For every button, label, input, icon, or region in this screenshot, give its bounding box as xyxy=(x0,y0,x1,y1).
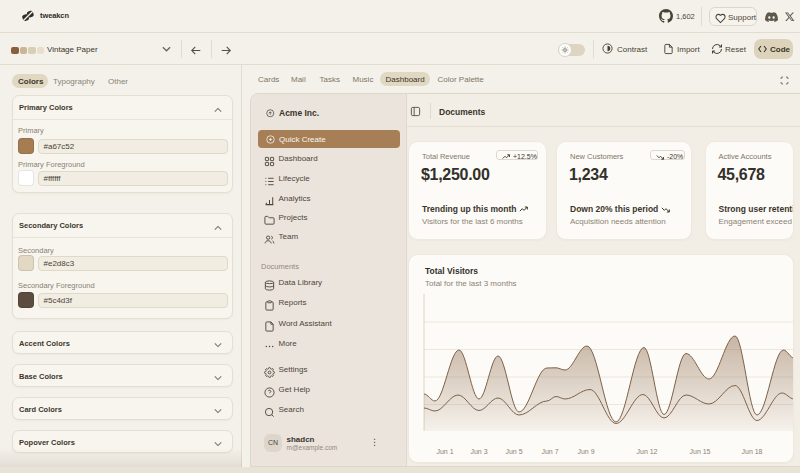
svg-text:Jun 12: Jun 12 xyxy=(636,448,657,455)
svg-text:Jun 5: Jun 5 xyxy=(505,448,522,455)
svg-text:Jun 9: Jun 9 xyxy=(577,448,594,455)
svg-text:Jun 1: Jun 1 xyxy=(436,448,453,455)
svg-text:Jun 18: Jun 18 xyxy=(741,448,762,455)
svg-text:Jun 3: Jun 3 xyxy=(470,448,487,455)
svg-text:Jun 15: Jun 15 xyxy=(689,448,710,455)
svg-text:Jun 7: Jun 7 xyxy=(541,448,558,455)
